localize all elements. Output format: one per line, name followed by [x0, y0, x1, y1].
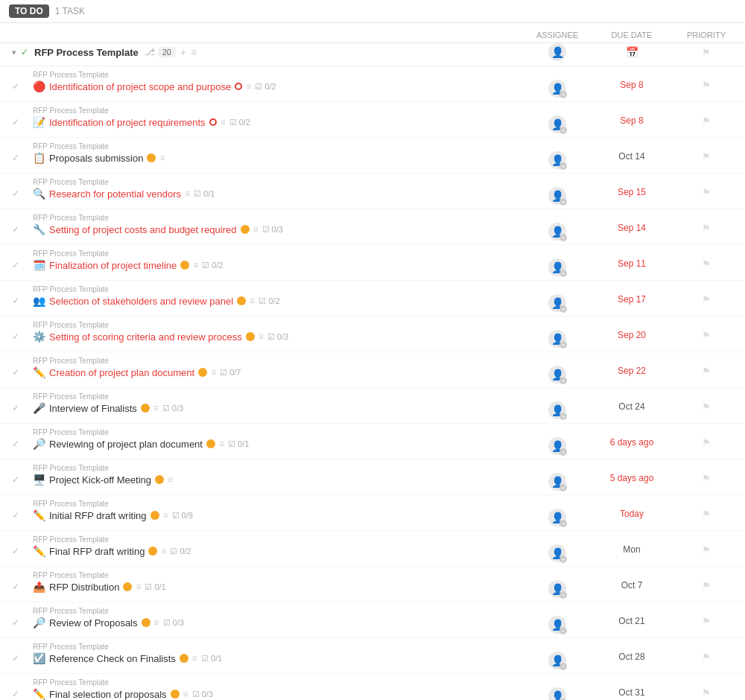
- task-name[interactable]: Initial RFP draft writing: [49, 510, 147, 521]
- task-duedate[interactable]: Oct 21: [587, 604, 676, 626]
- task-name[interactable]: Creation of project plan document: [49, 367, 194, 378]
- task-checkmark[interactable]: ✓: [12, 224, 19, 235]
- task-avatar[interactable]: 👤 +: [548, 616, 566, 634]
- task-menu-icon[interactable]: ≡: [183, 689, 188, 699]
- task-duedate[interactable]: Sep 14: [587, 211, 676, 233]
- task-flag-icon[interactable]: ⚑: [702, 223, 711, 234]
- group-add-icon[interactable]: +: [180, 46, 186, 58]
- task-flag-icon[interactable]: ⚑: [702, 151, 711, 162]
- task-name[interactable]: Final RFP draft writing: [49, 546, 145, 557]
- task-checkmark[interactable]: ✓: [12, 617, 19, 628]
- task-flag-icon[interactable]: ⚑: [702, 258, 711, 270]
- task-menu-icon[interactable]: ≡: [250, 296, 255, 306]
- task-flag-icon[interactable]: ⚑: [702, 616, 711, 627]
- task-checkmark[interactable]: ✓: [12, 296, 19, 306]
- task-flag-icon[interactable]: ⚑: [702, 544, 711, 556]
- task-duedate[interactable]: Sep 15: [587, 175, 676, 197]
- task-flag-icon[interactable]: ⚑: [702, 80, 711, 91]
- task-checkmark[interactable]: ✓: [12, 81, 19, 92]
- task-avatar[interactable]: 👤 +: [548, 437, 566, 455]
- task-avatar[interactable]: 👤 +: [548, 80, 566, 98]
- task-menu-icon[interactable]: ≡: [259, 331, 264, 342]
- task-flag-icon[interactable]: ⚑: [702, 401, 711, 413]
- task-avatar[interactable]: 👤 +: [548, 509, 566, 526]
- task-menu-icon[interactable]: ≡: [211, 367, 216, 378]
- task-duedate[interactable]: Today: [587, 497, 676, 519]
- task-checkmark[interactable]: ✓: [12, 474, 19, 485]
- task-name[interactable]: Setting of scoring criteria and review p…: [49, 331, 242, 343]
- task-checkmark[interactable]: ✓: [12, 117, 19, 127]
- task-name[interactable]: Identification of project requirements: [49, 117, 206, 128]
- task-duedate[interactable]: Sep 22: [587, 354, 676, 376]
- task-name[interactable]: RFP Distribution: [49, 582, 119, 593]
- task-checkmark[interactable]: ✓: [12, 260, 19, 270]
- task-menu-icon[interactable]: ≡: [185, 188, 190, 199]
- task-duedate[interactable]: Sep 17: [587, 282, 676, 305]
- task-duedate[interactable]: Sep 8: [587, 68, 676, 90]
- task-checkmark[interactable]: ✓: [12, 582, 19, 592]
- task-checkmark[interactable]: ✓: [12, 439, 19, 449]
- task-flag-icon[interactable]: ⚑: [702, 652, 711, 663]
- task-menu-icon[interactable]: ≡: [253, 224, 259, 235]
- task-name[interactable]: Research for potential vendors: [49, 188, 181, 200]
- task-menu-icon[interactable]: ≡: [219, 439, 224, 449]
- task-menu-icon[interactable]: ≡: [153, 403, 159, 413]
- task-menu-icon[interactable]: ≡: [159, 153, 165, 163]
- task-avatar[interactable]: 👤 +: [548, 330, 566, 348]
- task-duedate[interactable]: Oct 31: [587, 675, 676, 698]
- task-name[interactable]: Proposals submission: [49, 153, 143, 164]
- task-name[interactable]: Final selection of proposals: [49, 689, 167, 700]
- task-avatar[interactable]: 👤 +: [548, 223, 566, 241]
- task-menu-icon[interactable]: ≡: [193, 260, 198, 270]
- task-duedate[interactable]: Oct 24: [587, 389, 676, 412]
- task-avatar[interactable]: 👤 +: [548, 401, 566, 419]
- task-flag-icon[interactable]: ⚑: [702, 366, 711, 377]
- task-avatar[interactable]: 👤 +: [548, 473, 566, 491]
- task-name[interactable]: Reviewing of project plan document: [49, 439, 203, 450]
- group-menu-icon[interactable]: ≡: [191, 46, 197, 58]
- task-menu-icon[interactable]: ≡: [168, 474, 173, 485]
- task-flag-icon[interactable]: ⚑: [702, 687, 711, 699]
- task-avatar[interactable]: 👤 +: [548, 652, 566, 669]
- task-avatar[interactable]: 👤 +: [548, 151, 566, 169]
- task-menu-icon[interactable]: ≡: [192, 653, 197, 664]
- task-flag-icon[interactable]: ⚑: [702, 580, 711, 591]
- task-checkmark[interactable]: ✓: [12, 153, 19, 163]
- task-name[interactable]: Project Kick-off Meeting: [49, 474, 151, 486]
- task-duedate[interactable]: Sep 20: [587, 318, 676, 340]
- task-menu-icon[interactable]: ≡: [136, 582, 141, 592]
- task-checkmark[interactable]: ✓: [12, 510, 19, 521]
- task-checkmark[interactable]: ✓: [12, 331, 19, 342]
- task-duedate[interactable]: Oct 14: [587, 139, 676, 162]
- task-menu-icon[interactable]: ≡: [221, 117, 226, 127]
- task-name[interactable]: Review of Proposals: [49, 617, 138, 629]
- task-avatar[interactable]: 👤 +: [548, 258, 566, 276]
- task-avatar[interactable]: 👤 +: [548, 115, 566, 133]
- task-flag-icon[interactable]: ⚑: [702, 187, 711, 198]
- task-menu-icon[interactable]: ≡: [163, 510, 168, 521]
- task-avatar[interactable]: 👤 +: [548, 687, 566, 700]
- task-duedate[interactable]: Sep 8: [587, 104, 676, 126]
- task-menu-icon[interactable]: ≡: [154, 617, 159, 628]
- task-checkmark[interactable]: ✓: [12, 689, 19, 699]
- task-name[interactable]: Finalization of project timeline: [49, 260, 177, 271]
- task-flag-icon[interactable]: ⚑: [702, 330, 711, 341]
- task-checkmark[interactable]: ✓: [12, 403, 19, 413]
- task-name[interactable]: Interview of Finalists: [49, 403, 137, 414]
- task-checkmark[interactable]: ✓: [12, 188, 19, 199]
- task-flag-icon[interactable]: ⚑: [702, 473, 711, 484]
- task-menu-icon[interactable]: ≡: [161, 546, 166, 556]
- task-avatar[interactable]: 👤 +: [548, 294, 566, 312]
- task-avatar[interactable]: 👤 +: [548, 544, 566, 562]
- task-name[interactable]: Reference Check on Finalists: [49, 653, 176, 664]
- task-duedate[interactable]: 5 days ago: [587, 461, 676, 483]
- task-name[interactable]: Identification of project scope and purp…: [49, 81, 231, 92]
- task-duedate[interactable]: Oct 7: [587, 568, 676, 591]
- task-checkmark[interactable]: ✓: [12, 653, 19, 664]
- task-menu-icon[interactable]: ≡: [246, 81, 251, 92]
- task-duedate[interactable]: 6 days ago: [587, 425, 676, 448]
- task-avatar[interactable]: 👤 +: [548, 580, 566, 598]
- task-avatar[interactable]: 👤 +: [548, 366, 566, 384]
- task-flag-icon[interactable]: ⚑: [702, 437, 711, 448]
- task-name[interactable]: Setting of project costs and budget requ…: [49, 224, 237, 235]
